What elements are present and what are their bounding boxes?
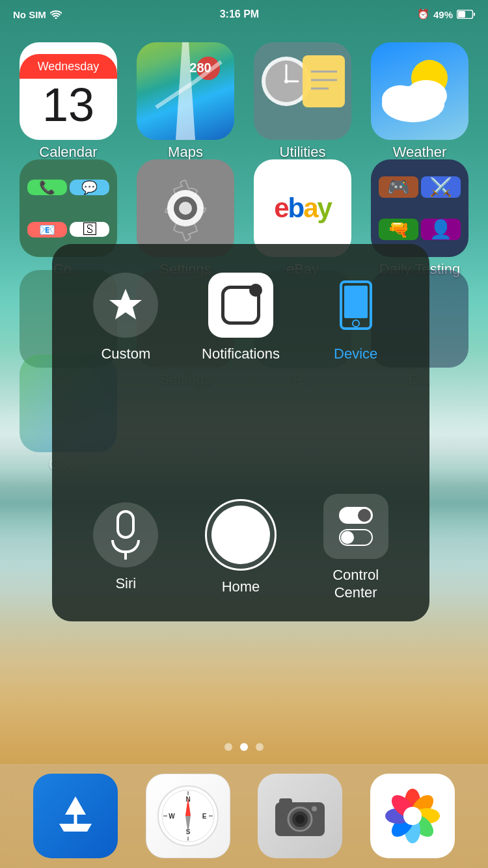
wifi-icon: [50, 10, 62, 19]
device-label: Device: [334, 346, 377, 362]
home-icon: [205, 499, 277, 571]
svg-text:W: W: [169, 813, 175, 820]
app-utilities[interactable]: Utilities: [247, 42, 358, 161]
utilities-icon: [254, 42, 351, 140]
comms-icon: 📞 💬 📧 🅂: [20, 159, 117, 257]
assistive-custom-button[interactable]: Custom: [72, 264, 180, 372]
siri-label: Siri: [115, 575, 136, 592]
dock-camera[interactable]: [258, 774, 342, 858]
page-dot-2: [240, 743, 248, 751]
device-icon: [323, 273, 388, 338]
games-icon: 🎮 ⚔️ 🔫 👤: [371, 159, 468, 257]
carrier-label: No SIM: [13, 9, 46, 20]
svg-point-17: [405, 80, 447, 111]
controlcenter-label: ControlCenter: [332, 567, 379, 601]
calendar-date: 13: [42, 81, 94, 128]
dock: N S E W: [0, 764, 488, 868]
photos-icon: [370, 774, 455, 858]
assistive-notifications-button[interactable]: Notifications: [187, 264, 295, 372]
svg-point-20: [179, 202, 192, 215]
status-left: No SIM: [13, 9, 62, 20]
maps-icon: 280: [137, 42, 234, 140]
calendar-header: Wednesday: [20, 54, 117, 79]
svg-point-50: [403, 807, 422, 825]
settings-icon: [137, 159, 234, 257]
ebay-icon: ebay: [254, 159, 351, 257]
page-dot-3: [256, 743, 264, 751]
dock-safari[interactable]: N S E W: [146, 774, 230, 858]
assistive-home-button[interactable]: Home: [187, 493, 295, 602]
svg-text:E: E: [202, 813, 206, 820]
svg-point-41: [312, 806, 317, 811]
assistive-controlcenter-button[interactable]: ControlCenter: [301, 493, 410, 602]
camera-icon: [258, 774, 342, 858]
home-label: Home: [222, 578, 260, 595]
app-maps[interactable]: 280 Maps: [130, 42, 241, 161]
battery-percent: 49%: [433, 9, 453, 20]
controlcenter-icon: [323, 494, 388, 559]
notifications-label: Notifications: [202, 346, 280, 362]
assistive-siri-button[interactable]: Siri: [72, 493, 180, 602]
page-dots: [0, 743, 488, 751]
battery-icon: [457, 10, 475, 19]
custom-label: Custom: [101, 346, 150, 362]
page-dot-1: [224, 743, 232, 751]
svg-text:280: 280: [189, 61, 211, 75]
svg-marker-21: [109, 289, 142, 319]
siri-icon: [93, 502, 158, 567]
time-label: 3:16 PM: [220, 8, 259, 20]
svg-rect-1: [458, 11, 465, 18]
assistive-device-button[interactable]: Device: [301, 264, 410, 372]
svg-point-40: [295, 815, 305, 824]
app-calendar[interactable]: Wednesday 13 Calendar: [13, 42, 124, 161]
app-grid-row1: Wednesday 13 Calendar 280 Maps: [0, 36, 488, 167]
alarm-icon: ⏰: [417, 8, 429, 20]
app-weather[interactable]: Weather: [364, 42, 475, 161]
status-right: ⏰ 49%: [417, 8, 475, 20]
notifications-icon: [208, 273, 273, 338]
svg-point-9: [284, 79, 288, 83]
safari-icon: N S E W: [146, 774, 230, 858]
dock-appstore[interactable]: [33, 774, 118, 858]
assistive-touch-overlay: Custom Notifications Device Siri: [52, 244, 429, 621]
appstore-icon: [33, 774, 118, 858]
calendar-icon: Wednesday 13: [20, 42, 117, 140]
svg-rect-37: [279, 798, 292, 805]
dock-photos[interactable]: [370, 774, 455, 858]
status-bar: No SIM 3:16 PM ⏰ 49%: [0, 0, 488, 29]
svg-rect-10: [303, 55, 345, 107]
custom-icon: [93, 273, 158, 338]
weather-icon: [371, 42, 468, 140]
